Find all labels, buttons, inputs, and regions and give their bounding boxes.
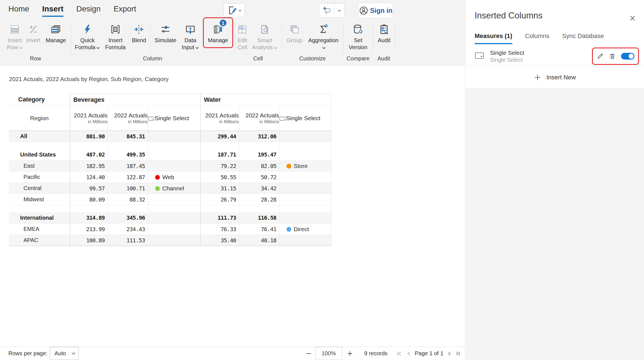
table-cell[interactable]: 82.05 — [239, 160, 279, 172]
last-page-button[interactable] — [454, 347, 461, 360]
table-cell[interactable] — [148, 131, 200, 142]
table-cell[interactable] — [148, 212, 200, 224]
table-cell[interactable]: 124.40 — [70, 172, 108, 183]
table-cell[interactable]: 122.87 — [108, 172, 148, 183]
set-version-button[interactable]: Set Version — [345, 22, 371, 51]
table-cell[interactable]: 40.18 — [239, 235, 279, 246]
table-cell[interactable] — [279, 235, 331, 246]
table-cell[interactable]: 845.31 — [108, 131, 148, 142]
smart-analysis-button[interactable]: Smart Analysis — [249, 22, 281, 51]
single-select-cell[interactable]: Store — [279, 160, 331, 172]
table-cell[interactable]: 195.47 — [239, 149, 279, 160]
table-cell[interactable]: 499.35 — [108, 149, 148, 160]
next-page-button[interactable] — [446, 347, 452, 360]
table-cell[interactable]: 28.28 — [239, 194, 279, 205]
table-cell[interactable]: 100.71 — [108, 183, 148, 194]
bev-single-select-header[interactable]: Single Select — [148, 106, 200, 131]
tab-sync-database[interactable]: Sync Database — [562, 32, 604, 44]
table-cell[interactable]: 34.42 — [239, 183, 279, 194]
edit-mode-button[interactable] — [224, 3, 245, 17]
close-panel-button[interactable] — [629, 15, 636, 23]
manage-row-button[interactable]: Manage — [42, 22, 69, 44]
zoom-level-field[interactable]: 100% — [315, 347, 342, 360]
bev-2022-header[interactable]: 2022 Actualsin Millions — [108, 106, 148, 131]
comment-dropdown-button[interactable] — [334, 4, 344, 17]
table-cell[interactable]: 50.55 — [200, 172, 239, 183]
delete-measure-button[interactable] — [609, 53, 616, 60]
insert-formula-button[interactable]: Insert Formula — [102, 22, 129, 51]
row-label[interactable]: APAC — [9, 235, 70, 246]
first-page-button[interactable] — [396, 347, 402, 360]
table-cell[interactable] — [279, 194, 331, 205]
table-cell[interactable] — [148, 224, 200, 235]
zoom-in-button[interactable] — [347, 347, 353, 360]
single-select-cell[interactable]: Direct — [279, 224, 331, 235]
table-cell[interactable]: 345.96 — [108, 212, 148, 224]
table-cell[interactable]: 79.22 — [200, 160, 239, 172]
bev-2021-header[interactable]: 2021 Actualsin Millions — [70, 106, 108, 131]
table-cell[interactable] — [279, 172, 331, 183]
table-cell[interactable]: 100.89 — [70, 235, 108, 246]
table-cell[interactable]: 88.32 — [108, 194, 148, 205]
table-cell[interactable]: 182.95 — [70, 160, 108, 172]
aggregation-button[interactable]: Aggregation — [306, 22, 341, 51]
table-cell[interactable]: 116.58 — [239, 212, 279, 224]
sign-in-button[interactable]: Sign in — [358, 3, 393, 18]
table-cell[interactable]: 487.02 — [70, 149, 108, 160]
table-cell[interactable] — [148, 149, 200, 160]
wat-single-select-header[interactable]: Single Select — [279, 106, 331, 131]
simulate-button[interactable]: Simulate — [151, 22, 180, 44]
previous-page-button[interactable] — [406, 347, 412, 360]
table-cell[interactable]: 801.90 — [70, 131, 108, 142]
row-label[interactable]: Central — [9, 183, 70, 194]
add-comment-button[interactable] — [319, 3, 345, 18]
manage-columns-button[interactable]: 1 Manage — [205, 22, 231, 44]
tab-measures[interactable]: Measures (1) — [475, 32, 512, 44]
table-cell[interactable] — [279, 149, 331, 160]
table-cell[interactable] — [148, 160, 200, 172]
table-cell[interactable]: 213.99 — [70, 224, 108, 235]
water-group-header[interactable]: Water — [200, 94, 331, 106]
row-label[interactable]: EMEA — [9, 224, 70, 235]
row-label[interactable]: United States — [9, 149, 70, 160]
table-cell[interactable]: 76.33 — [200, 224, 239, 235]
table-cell[interactable]: 80.09 — [70, 194, 108, 205]
table-cell[interactable]: 50.72 — [239, 172, 279, 183]
measure-enabled-toggle[interactable] — [621, 53, 634, 60]
table-cell[interactable] — [148, 194, 200, 205]
table-cell[interactable] — [279, 183, 331, 194]
tab-home[interactable]: Home — [8, 4, 29, 17]
table-cell[interactable] — [148, 235, 200, 246]
group-button[interactable]: Group — [281, 22, 308, 44]
audit-button[interactable]: Audit — [371, 22, 397, 44]
row-label[interactable]: East — [9, 160, 70, 172]
table-cell[interactable]: 314.89 — [70, 212, 108, 224]
table-cell[interactable] — [279, 212, 331, 224]
table-cell[interactable]: 111.53 — [108, 235, 148, 246]
quick-formula-button[interactable]: Quick Formula — [74, 22, 101, 51]
wat-2021-header[interactable]: 2021 Actualsin Millions — [200, 106, 239, 131]
row-label[interactable]: International — [9, 212, 70, 224]
measure-list-item[interactable]: Single Select Single Select — [465, 47, 644, 66]
table-cell[interactable]: 187.45 — [108, 160, 148, 172]
tab-design[interactable]: Design — [76, 4, 101, 17]
category-header[interactable]: Category — [9, 94, 70, 106]
wat-2022-header[interactable]: 2022 Actualsin Millions — [239, 106, 279, 131]
zoom-out-button[interactable] — [306, 347, 312, 360]
table-cell[interactable]: 234.43 — [108, 224, 148, 235]
tab-export[interactable]: Export — [113, 4, 136, 17]
row-label[interactable]: All — [9, 131, 70, 142]
single-select-cell[interactable]: Channel — [148, 183, 200, 194]
row-label[interactable]: Midwest — [9, 194, 70, 205]
edit-measure-button[interactable] — [596, 53, 604, 60]
row-label[interactable]: Pacific — [9, 172, 70, 183]
table-cell[interactable] — [279, 131, 331, 142]
table-cell[interactable]: 312.06 — [239, 131, 279, 142]
table-cell[interactable]: 187.71 — [200, 149, 239, 160]
region-header[interactable]: Region — [9, 106, 70, 131]
insert-new-button[interactable]: Insert New — [465, 66, 644, 89]
table-cell[interactable]: 99.57 — [70, 183, 108, 194]
beverages-group-header[interactable]: Beverages — [70, 94, 200, 106]
table-cell[interactable]: 76.41 — [239, 224, 279, 235]
tab-columns[interactable]: Columns — [525, 32, 550, 44]
